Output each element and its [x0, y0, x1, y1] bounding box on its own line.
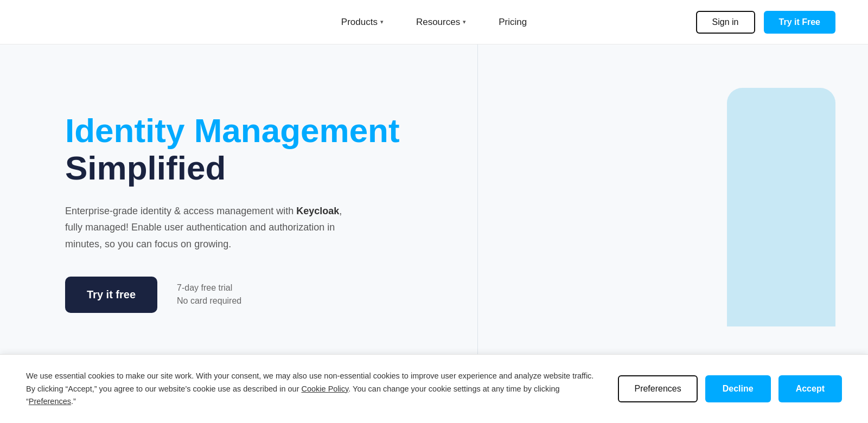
decline-button[interactable]: Decline — [705, 375, 771, 402]
navbar: Products ▾ Resources ▾ Pricing Sign in T… — [0, 0, 868, 44]
try-free-nav-button[interactable]: Try it Free — [764, 11, 835, 34]
accept-button[interactable]: Accept — [778, 375, 842, 402]
trial-line1: 7-day free trial — [177, 283, 241, 293]
hero-desc-plain: Enterprise-grade identity & access manag… — [65, 206, 296, 216]
resources-chevron-icon: ▾ — [463, 18, 466, 25]
nav-pricing[interactable]: Pricing — [499, 17, 527, 28]
cookie-preferences-inline-link[interactable]: Preferences — [29, 397, 71, 406]
hero-right — [477, 44, 868, 381]
hero-left: Identity Management Simplified Enterpris… — [0, 44, 477, 381]
nav-products[interactable]: Products ▾ — [341, 17, 384, 28]
hero-title-line1: Identity Management — [65, 112, 434, 149]
cookie-policy-link[interactable]: Cookie Policy — [302, 384, 349, 393]
cookie-buttons: Preferences Decline Accept — [618, 375, 842, 402]
resources-label: Resources — [416, 17, 460, 28]
hero-desc-bold: Keycloak — [296, 206, 339, 216]
hero-title-line2: Simplified — [65, 150, 434, 187]
hero-description: Enterprise-grade identity & access manag… — [65, 203, 353, 253]
hero-title: Identity Management Simplified — [65, 112, 434, 186]
products-chevron-icon: ▾ — [380, 18, 384, 25]
trial-line2: No card required — [177, 296, 241, 306]
cookie-text-end: .” — [71, 397, 76, 406]
pricing-label: Pricing — [499, 17, 527, 28]
nav-right: Sign in Try it Free — [696, 11, 835, 34]
cookie-text: We use essential cookies to make our sit… — [26, 370, 596, 408]
cookie-banner: We use essential cookies to make our sit… — [0, 354, 868, 423]
hero-divider — [477, 44, 478, 381]
signin-button[interactable]: Sign in — [696, 11, 755, 34]
try-free-hero-button[interactable]: Try it free — [65, 277, 157, 313]
preferences-button[interactable]: Preferences — [618, 375, 697, 402]
nav-resources[interactable]: Resources ▾ — [416, 17, 466, 28]
hero-trial-info: 7-day free trial No card required — [177, 283, 241, 306]
hero-section: Identity Management Simplified Enterpris… — [0, 44, 868, 381]
nav-center: Products ▾ Resources ▾ Pricing — [341, 17, 527, 28]
products-label: Products — [341, 17, 378, 28]
hero-decorative-shape — [727, 88, 835, 326]
hero-cta: Try it free 7-day free trial No card req… — [65, 277, 434, 313]
